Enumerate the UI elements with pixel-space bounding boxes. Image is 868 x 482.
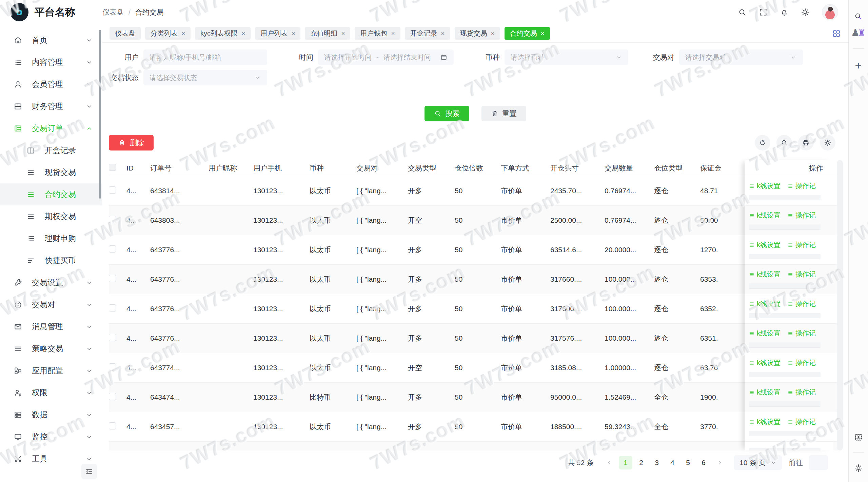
page-size-select[interactable]: 10 条/页 — [734, 455, 782, 470]
tab-close-icon[interactable]: × — [291, 30, 295, 37]
page-number[interactable]: 2 — [634, 456, 648, 469]
kline-settings-link[interactable]: k线设置 — [749, 270, 781, 279]
sidebar-item-current[interactable]: 合约交易 — [0, 183, 102, 205]
sidebar-scrollbar[interactable] — [99, 30, 101, 199]
layout-grid-icon[interactable] — [832, 29, 841, 38]
screenshot-icon[interactable] — [854, 433, 863, 442]
operation-record-link[interactable]: 操作记 — [787, 240, 816, 249]
tab-close-icon[interactable]: × — [541, 30, 545, 37]
refresh-icon[interactable] — [755, 135, 770, 150]
gear-icon[interactable] — [801, 8, 810, 17]
sidebar-item[interactable]: 应用配置 — [0, 360, 102, 382]
kline-settings-link[interactable]: k线设置 — [749, 240, 781, 249]
chess-extension-icon[interactable]: ♟♜ — [851, 28, 866, 38]
operation-record-link[interactable]: 操作记 — [787, 417, 816, 426]
tab-close-icon[interactable]: × — [181, 30, 185, 37]
tab-close-icon[interactable]: × — [241, 30, 245, 37]
row-checkbox[interactable] — [109, 304, 116, 312]
fullscreen-icon[interactable] — [759, 8, 768, 17]
kline-settings-link[interactable]: k线设置 — [749, 417, 781, 426]
sidebar-item[interactable]: 交易对 — [0, 294, 102, 316]
tab-active[interactable]: 合约交易× — [505, 27, 550, 40]
date-range-picker[interactable]: 请选择开始时间 - 请选择结束时间 — [318, 49, 454, 65]
operation-record-link[interactable]: 操作记 — [787, 388, 816, 397]
sidebar-collapse-button[interactable] — [81, 464, 97, 479]
pair-select[interactable]: 请选择交易对 — [679, 49, 803, 65]
sidebar-item[interactable]: 现货交易 — [0, 161, 102, 183]
kline-settings-link[interactable]: k线设置 — [749, 388, 781, 397]
table-search-icon[interactable] — [776, 135, 792, 150]
page-number[interactable]: 5 — [681, 456, 695, 469]
sidebar-item[interactable]: 内容管理 — [0, 51, 102, 73]
sidebar-item[interactable]: 权限 — [0, 382, 102, 404]
operation-record-link[interactable]: 操作记 — [787, 181, 816, 190]
reset-button[interactable]: 重置 — [481, 106, 526, 121]
row-checkbox[interactable] — [109, 334, 116, 341]
operation-record-link[interactable]: 操作记 — [787, 270, 816, 279]
row-checkbox[interactable] — [109, 422, 116, 429]
operation-record-link[interactable]: 操作记 — [787, 329, 816, 338]
tab-0[interactable]: 仪表盘 — [110, 27, 141, 40]
page-number[interactable]: 3 — [650, 456, 664, 469]
sidebar-item[interactable]: 交易订单 — [0, 117, 102, 139]
sidebar-item[interactable]: 快捷买币 — [0, 249, 102, 272]
sidebar-item[interactable]: 首页 — [0, 29, 102, 51]
tab-1[interactable]: 分类列表× — [145, 27, 191, 40]
sidebar-item[interactable]: 监控 — [0, 426, 102, 448]
column-settings-icon[interactable] — [820, 135, 835, 150]
row-checkbox[interactable] — [109, 186, 116, 194]
kline-settings-link[interactable]: k线设置 — [749, 211, 781, 220]
operation-record-link[interactable]: 操作记 — [787, 358, 816, 367]
sidebar-item[interactable]: 消息管理 — [0, 316, 102, 338]
sidebar-item[interactable]: 期权交易 — [0, 205, 102, 227]
status-select[interactable]: 请选择交易状态 — [143, 70, 267, 85]
coin-select[interactable]: 请选择币种 — [505, 49, 628, 65]
sidebar-item[interactable]: 理财申购 — [0, 227, 102, 249]
print-icon[interactable] — [798, 135, 814, 150]
breadcrumb-root[interactable]: 仪表盘 — [102, 7, 124, 17]
page-number-active[interactable]: 1 — [619, 456, 632, 469]
sidebar-item[interactable]: 策略交易 — [0, 338, 102, 360]
tab-close-icon[interactable]: × — [341, 30, 345, 37]
kline-settings-link[interactable]: k线设置 — [749, 181, 781, 190]
operation-record-link[interactable]: 操作记 — [787, 299, 816, 308]
tab-5[interactable]: 用户钱包× — [355, 27, 400, 40]
kline-settings-link[interactable]: k线设置 — [749, 299, 781, 308]
page-number[interactable]: 6 — [697, 456, 710, 469]
sidebar-item[interactable]: 财务管理 — [0, 95, 102, 117]
kline-settings-link[interactable]: k线设置 — [749, 329, 781, 338]
prev-page-icon[interactable] — [603, 456, 615, 469]
search-button[interactable]: 搜索 — [425, 106, 469, 121]
tab-close-icon[interactable]: × — [491, 30, 495, 37]
search-icon[interactable] — [738, 8, 747, 17]
sidebar-item[interactable]: 交易设置 — [0, 272, 102, 294]
sidebar-item[interactable]: 数据 — [0, 404, 102, 426]
sidebar-item[interactable]: 会员管理 — [0, 73, 102, 95]
page-number[interactable]: 4 — [666, 456, 679, 469]
sidebar-item[interactable]: 开盒记录 — [0, 139, 102, 161]
avatar[interactable] — [822, 4, 838, 20]
delete-button[interactable]: 删除 — [109, 135, 154, 150]
tab-close-icon[interactable]: × — [441, 30, 445, 37]
tab-2[interactable]: kyc列表权限× — [195, 27, 251, 40]
add-extension-icon[interactable]: + — [855, 60, 862, 71]
tab-7[interactable]: 现货交易× — [455, 27, 500, 40]
kline-settings-link[interactable]: k线设置 — [749, 358, 781, 367]
bell-icon[interactable] — [780, 8, 789, 17]
tab-close-icon[interactable]: × — [391, 30, 395, 37]
row-checkbox[interactable] — [109, 216, 116, 223]
select-all-checkbox[interactable] — [109, 164, 116, 171]
tab-3[interactable]: 用户列表× — [255, 27, 300, 40]
rail-settings-icon[interactable] — [854, 464, 863, 473]
rail-search-icon[interactable] — [854, 12, 863, 21]
row-checkbox[interactable] — [109, 393, 116, 400]
tab-4[interactable]: 充值明细× — [305, 27, 350, 40]
row-checkbox[interactable] — [109, 275, 116, 282]
table-scrollbar[interactable] — [837, 160, 843, 450]
row-checkbox[interactable] — [109, 363, 116, 370]
operation-record-link[interactable]: 操作记 — [787, 211, 816, 220]
next-page-icon[interactable] — [714, 456, 726, 469]
tab-6[interactable]: 开盒记录× — [405, 27, 450, 40]
row-checkbox[interactable] — [109, 245, 116, 253]
user-search-input[interactable] — [143, 49, 267, 65]
